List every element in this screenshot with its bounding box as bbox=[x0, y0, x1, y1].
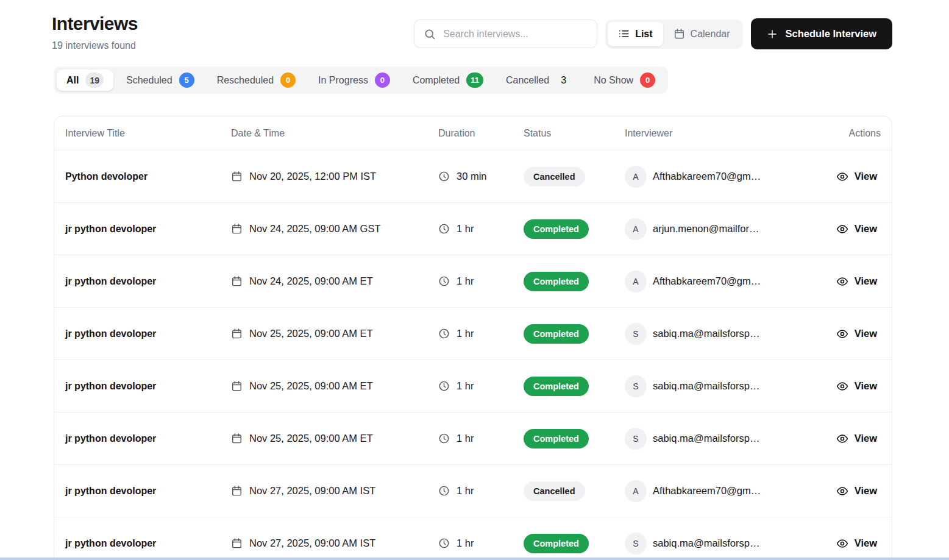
eye-icon bbox=[836, 537, 848, 550]
status-cell: Completed bbox=[524, 429, 625, 448]
duration-text: 1 hr bbox=[457, 380, 474, 392]
view-button[interactable]: View bbox=[833, 432, 881, 445]
filter-tab[interactable]: No Show 0 bbox=[584, 69, 665, 91]
filter-tab-label: Completed bbox=[413, 75, 460, 86]
status-badge: Completed bbox=[524, 324, 589, 344]
interviews-table: Interview Title Date & Time Duration Sta… bbox=[54, 116, 892, 560]
toggle-list-label: List bbox=[635, 29, 652, 40]
filter-tab-label: Scheduled bbox=[126, 75, 172, 86]
filter-tab[interactable]: Rescheduled 0 bbox=[207, 69, 305, 91]
interview-datetime: Nov 20, 2025, 12:00 PM IST bbox=[231, 171, 438, 182]
interview-datetime: Nov 25, 2025, 09:00 AM ET bbox=[231, 433, 438, 444]
calendar-icon bbox=[231, 328, 243, 339]
col-header-interviewer: Interviewer bbox=[625, 128, 830, 139]
toggle-calendar-label: Calendar bbox=[691, 29, 730, 40]
eye-icon bbox=[836, 433, 848, 445]
filter-tab-count-badge: 11 bbox=[466, 73, 483, 88]
duration-text: 30 min bbox=[457, 171, 487, 182]
interview-datetime: Nov 24, 2025, 09:00 AM ET bbox=[231, 275, 438, 287]
interviewer-cell: S sabiq.ma@mailsforsp… bbox=[625, 323, 830, 345]
filter-tab[interactable]: All 19 bbox=[57, 69, 113, 91]
status-badge: Completed bbox=[524, 429, 589, 448]
status-cell: Cancelled bbox=[524, 481, 625, 501]
interview-duration: 1 hr bbox=[438, 433, 524, 444]
avatar: S bbox=[625, 428, 647, 450]
filter-tab[interactable]: In Progress 0 bbox=[308, 69, 400, 91]
view-button[interactable]: View bbox=[833, 327, 881, 341]
status-cell: Completed bbox=[524, 324, 625, 344]
interviewer-email: sabiq.ma@mailsforsp… bbox=[653, 380, 759, 392]
filter-tab-count-badge: 0 bbox=[640, 73, 655, 88]
interview-datetime: Nov 27, 2025, 09:00 AM IST bbox=[231, 537, 438, 549]
interview-title: jr python devoloper bbox=[65, 328, 231, 339]
table-row: jr python devoloper Nov 25, 2025, 09:00 … bbox=[54, 360, 892, 412]
toolbar-controls: List Calendar Schedule Interview bbox=[414, 18, 892, 49]
view-button[interactable]: View bbox=[833, 222, 881, 236]
schedule-interview-button[interactable]: Schedule Interview bbox=[751, 18, 892, 49]
clock-icon bbox=[438, 328, 450, 339]
clock-icon bbox=[438, 275, 450, 287]
interview-duration: 30 min bbox=[438, 171, 524, 182]
duration-text: 1 hr bbox=[457, 328, 474, 339]
table-row: jr python devoloper Nov 24, 2025, 09:00 … bbox=[54, 202, 892, 255]
search-input[interactable] bbox=[442, 28, 588, 40]
view-button[interactable]: View bbox=[833, 537, 881, 550]
calendar-icon bbox=[231, 380, 243, 392]
search-box[interactable] bbox=[414, 19, 597, 48]
interviewer-cell: S sabiq.ma@mailsforsp… bbox=[625, 428, 830, 450]
eye-icon bbox=[836, 328, 848, 340]
clock-icon bbox=[438, 380, 450, 392]
avatar: S bbox=[625, 375, 647, 397]
table-row: jr python devoloper Nov 27, 2025, 09:00 … bbox=[54, 464, 892, 517]
datetime-text: Nov 27, 2025, 09:00 AM IST bbox=[249, 485, 375, 497]
filter-tab-label: All bbox=[66, 75, 79, 86]
status-cell: Completed bbox=[524, 377, 625, 396]
status-badge: Completed bbox=[524, 377, 589, 396]
datetime-text: Nov 25, 2025, 09:00 AM ET bbox=[249, 433, 373, 444]
interviewer-email: arjun.menon@mailfor… bbox=[653, 223, 759, 235]
filter-tab[interactable]: Scheduled 5 bbox=[116, 69, 204, 91]
clock-icon bbox=[438, 171, 450, 182]
interviewer-email: sabiq.ma@mailsforsp… bbox=[653, 537, 759, 549]
search-icon bbox=[424, 28, 436, 40]
status-badge: Cancelled bbox=[524, 167, 585, 186]
interview-duration: 1 hr bbox=[438, 275, 524, 287]
results-count: 19 interviews found bbox=[52, 40, 138, 51]
interview-datetime: Nov 25, 2025, 09:00 AM ET bbox=[231, 380, 438, 392]
interview-datetime: Nov 24, 2025, 09:00 AM GST bbox=[231, 223, 438, 235]
duration-text: 1 hr bbox=[457, 433, 474, 444]
toggle-list[interactable]: List bbox=[608, 22, 663, 46]
datetime-text: Nov 24, 2025, 09:00 AM ET bbox=[249, 275, 373, 287]
interview-title: jr python devoloper bbox=[65, 433, 231, 444]
interview-duration: 1 hr bbox=[438, 380, 524, 392]
view-label: View bbox=[855, 537, 877, 549]
calendar-icon bbox=[231, 223, 243, 235]
view-button[interactable]: View bbox=[833, 484, 881, 498]
interview-title: jr python devoloper bbox=[65, 538, 231, 549]
col-header-duration: Duration bbox=[438, 128, 524, 139]
interview-datetime: Nov 25, 2025, 09:00 AM ET bbox=[231, 328, 438, 339]
filter-tab-count-badge: 19 bbox=[85, 73, 104, 88]
datetime-text: Nov 25, 2025, 09:00 AM ET bbox=[249, 328, 373, 339]
table-row: jr python devoloper Nov 27, 2025, 09:00 … bbox=[54, 517, 892, 560]
eye-icon bbox=[836, 485, 848, 497]
view-toggle: List Calendar bbox=[605, 19, 742, 49]
interview-duration: 1 hr bbox=[438, 328, 524, 339]
calendar-icon bbox=[231, 433, 243, 444]
clock-icon bbox=[438, 485, 450, 497]
toggle-calendar[interactable]: Calendar bbox=[663, 22, 741, 46]
view-button[interactable]: View bbox=[833, 380, 881, 393]
calendar-icon bbox=[231, 171, 243, 182]
interviewer-cell: A arjun.menon@mailfor… bbox=[625, 218, 830, 240]
status-filter-tabs: All 19 Scheduled 5 Rescheduled 0 In Prog… bbox=[54, 66, 668, 94]
page-title: Interviews bbox=[52, 13, 138, 34]
filter-tab[interactable]: Cancelled 3 bbox=[496, 69, 581, 91]
calendar-icon bbox=[231, 537, 243, 549]
filter-tab[interactable]: Completed 11 bbox=[403, 69, 493, 91]
col-header-datetime: Date & Time bbox=[231, 128, 438, 139]
view-button[interactable]: View bbox=[833, 170, 881, 183]
view-button[interactable]: View bbox=[833, 275, 881, 288]
calendar-icon bbox=[674, 28, 685, 40]
table-row: jr python devoloper Nov 24, 2025, 09:00 … bbox=[54, 255, 892, 307]
filter-tab-count-badge: 5 bbox=[179, 73, 194, 88]
